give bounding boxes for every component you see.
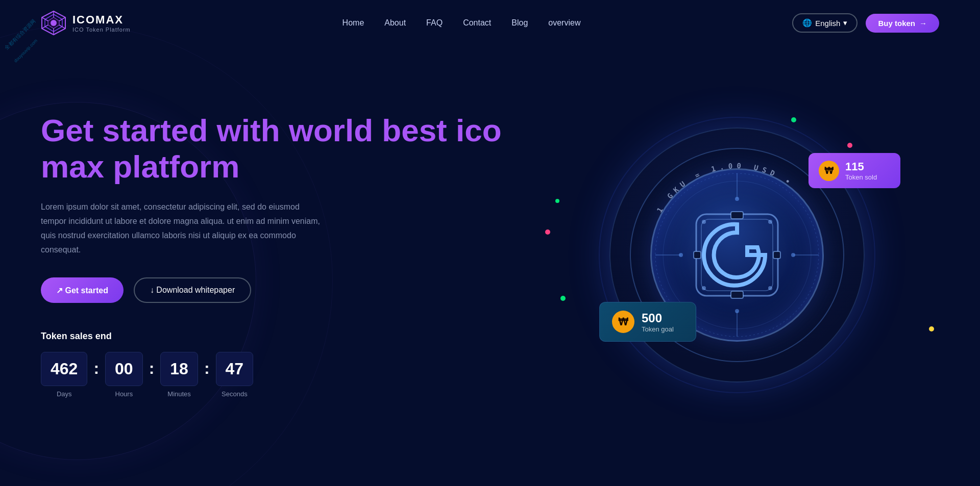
svg-rect-28 (731, 291, 743, 298)
token-sold-label: Token sold (845, 173, 877, 181)
dot-green-2 (555, 199, 559, 203)
countdown-sep-3: : (204, 352, 210, 378)
buy-token-label: Buy token (878, 19, 915, 28)
svg-point-32 (768, 220, 772, 224)
svg-point-22 (791, 253, 795, 257)
hero-title: Get started with world best ico max plat… (41, 112, 504, 185)
hero-visual: 1 GKU = 1.00 USD • (535, 76, 939, 433)
token-sold-icon: ₩ (819, 161, 839, 181)
dot-yellow-1 (929, 326, 934, 331)
nav-blog[interactable]: Blog (511, 18, 528, 27)
token-sold-badge: ₩ 115 Token sold (808, 153, 900, 188)
logo[interactable]: ICOMAX ICO Token Platform (41, 10, 131, 36)
svg-point-21 (679, 253, 683, 257)
countdown-hours-item: 00 Hours (105, 352, 143, 398)
coin-container: 1 GKU = 1.00 USD • (609, 127, 865, 382)
token-goal-badge: ₩ 500 Token goal (599, 302, 696, 342)
coin-symbol (686, 204, 788, 306)
token-goal-icon: ₩ (612, 311, 634, 333)
token-goal-label: Token goal (642, 325, 674, 333)
language-button[interactable]: 🌐 English ▾ (792, 13, 857, 33)
dot-pink-2 (545, 229, 550, 235)
svg-rect-27 (731, 212, 743, 219)
svg-point-5 (51, 20, 57, 26)
get-started-button[interactable]: ↗ Get started (41, 277, 124, 303)
dot-green-3 (560, 296, 566, 301)
globe-icon: 🌐 (802, 18, 812, 28)
countdown-sep-2: : (149, 352, 155, 378)
svg-point-23 (735, 197, 739, 201)
countdown-days-item: 462 Days (41, 352, 87, 398)
arrow-right-icon: → (919, 19, 927, 28)
countdown: 462 Days : 00 Hours : 18 Minutes : 47 Se… (41, 352, 504, 398)
countdown-hours-value: 00 (105, 352, 143, 386)
countdown-label: Token sales end (41, 331, 504, 342)
svg-point-33 (702, 286, 706, 290)
brand-tagline: ICO Token Platform (72, 27, 131, 33)
countdown-minutes-item: 18 Minutes (160, 352, 198, 398)
countdown-seconds-item: 47 Seconds (216, 352, 254, 398)
buy-token-button[interactable]: Buy token → (866, 14, 939, 33)
countdown-sep-1: : (93, 352, 99, 378)
nav-home[interactable]: Home (342, 18, 364, 27)
download-whitepaper-button[interactable]: ↓ Download whitepaper (134, 277, 251, 303)
chevron-down-icon: ▾ (843, 18, 847, 28)
countdown-minutes-value: 18 (160, 352, 198, 386)
logo-icon (41, 10, 66, 36)
brand-name: ICOMAX (72, 13, 131, 27)
svg-point-34 (768, 286, 772, 290)
svg-point-31 (702, 220, 706, 224)
countdown-hours-unit: Hours (115, 390, 133, 398)
countdown-days-value: 462 (41, 352, 87, 386)
nav-overview[interactable]: overview (548, 18, 580, 27)
token-sold-number: 115 (845, 160, 877, 173)
countdown-minutes-unit: Minutes (167, 390, 191, 398)
language-label: English (815, 19, 840, 28)
countdown-seconds-unit: Seconds (222, 390, 248, 398)
svg-rect-29 (694, 251, 701, 259)
nav-contact[interactable]: Contact (463, 18, 491, 27)
countdown-days-unit: Days (57, 390, 72, 398)
svg-point-24 (735, 309, 739, 313)
hero-description: Lorem ipsum dolor sit amet, consectetur … (41, 200, 327, 257)
token-goal-number: 500 (642, 311, 674, 325)
svg-rect-30 (773, 251, 780, 259)
nav-faq[interactable]: FAQ (426, 18, 443, 27)
nav-about[interactable]: About (384, 18, 406, 27)
countdown-seconds-value: 47 (216, 352, 254, 386)
